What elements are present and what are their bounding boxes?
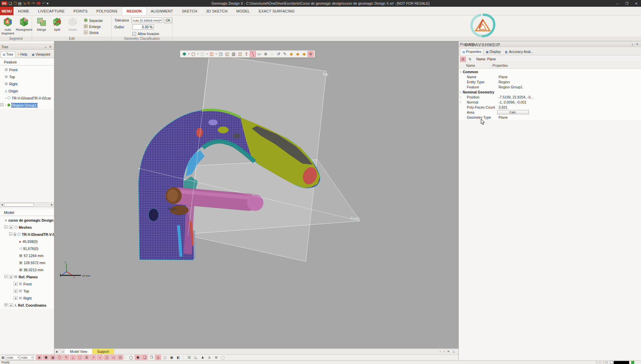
shrink-button[interactable]: Shrink [83, 30, 104, 35]
scroll-left-icon[interactable]: ◀ [0, 203, 4, 206]
property-row[interactable]: ▷ Position -7.5199, 22.8204, -0... [459, 94, 641, 100]
visibility-bullet[interactable]: ● [5, 104, 6, 106]
feature-tree-item[interactable]: Y Origin [0, 87, 54, 94]
box-view-icon[interactable]: ▢ [162, 355, 168, 360]
eye-icon[interactable]: ◉ [9, 275, 13, 279]
resegment-button[interactable]: Resegment [17, 17, 31, 36]
tab-properties[interactable]: ▤ Properties [460, 49, 483, 55]
ok-button[interactable]: OK [164, 18, 172, 23]
tab-support[interactable]: Support [92, 349, 114, 354]
pick-multi-icon[interactable]: ❐ [148, 355, 154, 360]
close-view-icon[interactable]: ✕ [447, 350, 450, 353]
property-row[interactable]: ▷ Normal -1, 0.0096, -0.001 [459, 100, 641, 105]
scrollbar-thumb[interactable] [4, 203, 34, 206]
tab-points[interactable]: POINTS [69, 7, 92, 15]
mannequin-alt-icon[interactable]: ♙ [206, 355, 212, 360]
property-row[interactable]: ◺ Common [459, 69, 641, 74]
measure-angle-icon[interactable]: ◺ [193, 355, 199, 360]
add-plane-icon[interactable]: ↥ [243, 51, 249, 57]
tab-polygons[interactable]: POLYGONS [92, 7, 122, 15]
body-visibility-icon[interactable]: ◉ [36, 355, 42, 360]
curve-visibility-icon[interactable]: ✎ [63, 355, 69, 360]
selection-mode-select[interactable]: Auto ▾ [6, 355, 19, 360]
play-back-icon[interactable]: ◁ [60, 349, 65, 354]
save-file-icon[interactable]: ▤ [18, 2, 21, 5]
tab-model-view[interactable]: Model View [65, 349, 92, 354]
selection-grid-icon[interactable]: ▦ [1, 356, 4, 359]
refgeom-visibility-icon[interactable]: ⊞ [83, 355, 89, 360]
paint-selected-icon[interactable]: ◆ [288, 51, 294, 57]
feature-tree-item[interactable]: ⊞ Front [0, 66, 54, 73]
pin-view-icon[interactable]: ⊥ [452, 350, 455, 353]
model-tree-item[interactable]: ● 45,938(0) [0, 238, 54, 245]
model-tree-item[interactable]: ▣ 86.0213 mm [0, 266, 54, 273]
tab-model[interactable]: MODEL [232, 7, 254, 15]
region-view-icon[interactable]: ◫ [209, 51, 215, 57]
tree-horizontal-scrollbar[interactable]: ◀ ▶ [0, 202, 54, 207]
row-expander-icon[interactable]: ▷ [459, 101, 463, 104]
close-icon[interactable]: ✕ [48, 45, 53, 49]
merge-button[interactable]: Merge [34, 17, 49, 36]
maximize-button[interactable]: ❐ [622, 0, 632, 7]
sort-az-icon[interactable]: ⇅ [467, 57, 473, 62]
property-row[interactable]: Feature Region Group1 [459, 84, 641, 89]
redo-icon[interactable]: ↷ [32, 2, 35, 5]
smart-lasso-icon[interactable]: ↺ [275, 51, 282, 57]
model-tree-item[interactable]: ▣ 128.5572 mm [0, 259, 54, 266]
tab-livecapture[interactable]: LIVECAPTURE [34, 7, 69, 15]
auto-segment-button[interactable]: Auto Segment [0, 17, 15, 36]
tab-home[interactable]: HOME [14, 7, 34, 15]
undo-icon[interactable]: ↶ [42, 2, 45, 5]
measure-distance-icon[interactable]: ⊟ [186, 355, 192, 360]
tree-expander[interactable]: – [9, 232, 12, 235]
snap-mode-select[interactable]: Auto ▾ [20, 355, 33, 360]
feature-tree-item[interactable]: ⊞ Right [0, 80, 54, 87]
property-row[interactable]: Name Plane [459, 74, 641, 79]
close-button[interactable]: ✕ [632, 0, 641, 7]
split-button[interactable]: Split [50, 17, 64, 36]
model-tree-item[interactable]: ▣ 57.1264 mm [0, 252, 54, 259]
property-row[interactable]: Area Calc. [459, 110, 641, 115]
property-row[interactable]: Entity Type Region [459, 79, 641, 84]
shaded-view-icon[interactable]: ⬢ [181, 51, 187, 57]
vector-visibility-icon[interactable]: ↗ [90, 355, 96, 360]
model-tree-item[interactable]: – ◉ ⬡ Meshes [0, 224, 54, 231]
model-tree-item[interactable]: ◉ ⊞ Right [0, 295, 54, 302]
rectangle-select-icon[interactable]: ▭ [256, 51, 262, 57]
wireframe-view-icon[interactable]: ▢ [190, 51, 196, 57]
dropdown-caret[interactable]: ▾ [197, 51, 199, 57]
region-display-toggle[interactable]: ⊛ [308, 51, 314, 57]
visibility-bullet[interactable]: ● [5, 97, 6, 99]
plane-visibility-icon[interactable]: ▢ [77, 355, 83, 360]
close-icon[interactable]: ✕ [635, 43, 640, 46]
eye-icon[interactable]: ◉ [14, 282, 18, 286]
boundary-visibility-icon[interactable]: ⬡ [56, 355, 62, 360]
pin-icon[interactable]: ⊥ [630, 43, 635, 46]
target-icon[interactable]: ⊚ [213, 355, 219, 360]
import-icon[interactable]: ⇲ [23, 2, 26, 5]
open-file-icon[interactable]: ❐ [13, 2, 17, 5]
section-view-icon[interactable]: ▥ [231, 51, 237, 57]
pick-entity-icon[interactable]: ❏ [141, 355, 148, 360]
new-file-icon[interactable]: ❏ [9, 2, 12, 5]
tab-viewpoint[interactable]: ▣ Viewpoint [30, 51, 52, 58]
feature-tree-item[interactable]: ● ⬡ TR-V-02eandTR-V-02candT [0, 94, 54, 102]
zoom-area-icon[interactable]: ◯ [128, 355, 134, 360]
play-forward-icon[interactable]: ▶ [54, 349, 60, 354]
tab-exact-surfacing[interactable]: EXACT SURFACING [254, 7, 299, 15]
model-tree-item[interactable]: ◉ ⊞ Top [0, 287, 54, 295]
categorized-view-icon[interactable]: ⊞ [460, 57, 466, 62]
dropdown-caret[interactable]: ▾ [188, 51, 190, 57]
call-support-icon[interactable]: ☎ [36, 2, 41, 5]
paint-region-icon[interactable]: ◆ [295, 51, 301, 57]
model-tree-item[interactable]: ■ curso de geomagic Design X [0, 217, 54, 224]
row-expander-icon[interactable]: ◺ [459, 91, 463, 93]
tab-3d-sketch[interactable]: 3D SKETCH [202, 7, 232, 15]
eye-icon[interactable]: ◉ [14, 296, 18, 300]
eye-icon[interactable]: ◉ [14, 232, 16, 236]
dimension-visibility-icon[interactable]: ⊟ [117, 355, 123, 360]
separate-button[interactable]: Separate [83, 18, 104, 23]
tab-help[interactable]: ? Help [16, 51, 29, 58]
feature-tree-item[interactable]: + ● ⬢ Region Group1 [0, 102, 54, 109]
tolerance-select[interactable]: Auto (0.16918 mm) ▾ [131, 18, 162, 23]
